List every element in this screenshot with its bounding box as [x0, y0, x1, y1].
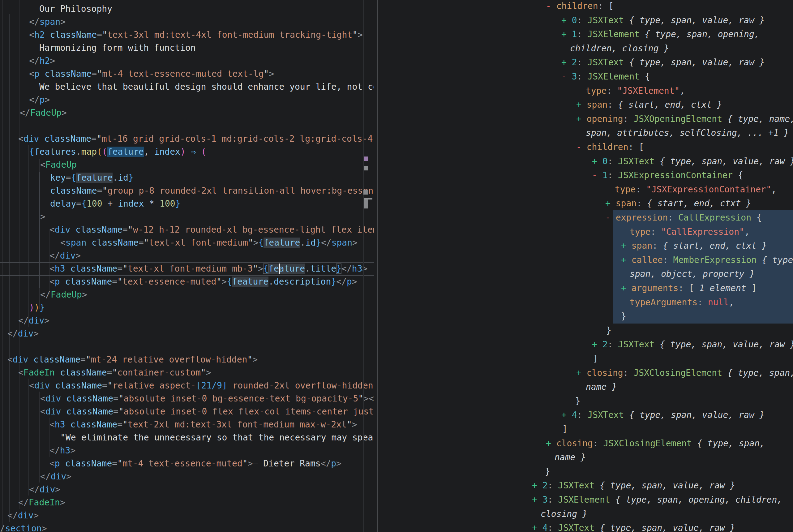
expand-node-icon[interactable]: + [561, 57, 572, 68]
expand-node-icon[interactable]: + [532, 480, 542, 491]
code-token: JSXText [618, 339, 654, 349]
ast-line[interactable]: span, object, property } [630, 267, 755, 281]
expand-node-icon[interactable]: + [532, 523, 542, 532]
collapse-node-icon[interactable]: - [576, 142, 587, 152]
ast-line[interactable]: type: "CallExpression", [630, 225, 750, 239]
ast-line[interactable]: + 4: JSXText { type, span, value, raw } [561, 408, 765, 422]
code-token: : [608, 170, 618, 180]
ast-line[interactable]: + 0: JSXText { type, span, value, raw } [561, 13, 765, 27]
code-token: callee [632, 255, 663, 265]
expand-node-icon[interactable]: + [621, 255, 632, 265]
code-token [640, 29, 645, 39]
code-token: { type, span, opening, [645, 29, 760, 39]
code-token: , [729, 297, 734, 307]
expand-node-icon[interactable]: + [576, 100, 587, 110]
ast-line[interactable]: - 1: JSXExpressionContainer { [592, 168, 743, 183]
ast-line[interactable]: + callee: MemberExpression { type, [621, 253, 793, 267]
code-token: name } [586, 382, 617, 392]
ast-line[interactable]: - 3: JSXElement { [561, 70, 650, 84]
ast-line[interactable]: - children: [ [546, 0, 614, 13]
ast-line[interactable]: + 2: JSXText { type, span, value, raw } [561, 55, 765, 70]
code-token: type [586, 86, 606, 96]
code-token: : [623, 368, 634, 378]
code-token: : [678, 283, 689, 293]
ast-line[interactable]: - expression: CallExpression { [605, 211, 762, 225]
ast-line[interactable]: type: "JSXElement", [586, 84, 685, 98]
ast-line[interactable]: + closing: JSXClosingElement { type, spa… [546, 436, 765, 451]
scrollbar-mark-gray [363, 190, 368, 194]
code-token: 3 [542, 495, 548, 505]
ast-line[interactable]: typeArguments: null, [630, 296, 734, 310]
ast-line[interactable]: + 3: JSXElement { type, span, opening, c… [532, 493, 782, 507]
code-token: 1 [602, 170, 608, 180]
expand-node-icon[interactable]: + [621, 283, 632, 293]
code-token: , [771, 184, 777, 194]
code-token: span [587, 100, 607, 110]
expand-node-icon[interactable]: + [592, 339, 602, 349]
expand-node-icon[interactable]: + [576, 368, 587, 378]
pane-divider[interactable] [377, 0, 378, 532]
expand-node-icon[interactable]: + [561, 410, 572, 420]
expand-node-icon[interactable]: + [592, 156, 602, 166]
code-token: : [577, 72, 588, 82]
text-cursor [279, 264, 280, 274]
ast-line[interactable]: + 2: JSXText { type, span, value, raw } [532, 478, 735, 493]
ast-line[interactable]: - children: [ [576, 140, 644, 154]
ast-line[interactable]: + 2: JSXText { type, span, value, raw } [592, 338, 793, 352]
ast-line[interactable]: span, attributes, selfClosing, ... +1 } [586, 126, 789, 140]
ast-line[interactable]: name } [555, 450, 586, 464]
ast-line[interactable]: + span: { start, end, ctxt } [621, 239, 767, 253]
code-token: : [577, 15, 588, 25]
ast-line[interactable]: } [545, 464, 550, 479]
code-token: span [632, 241, 652, 251]
ast-line[interactable]: } [621, 309, 626, 324]
code-token: name } [555, 452, 586, 462]
code-token [595, 523, 600, 532]
ast-line[interactable]: closing } [541, 507, 588, 521]
code-token: expression [616, 212, 668, 223]
collapse-node-icon[interactable]: - [605, 212, 616, 223]
expand-node-icon[interactable]: + [546, 438, 556, 449]
expand-node-icon[interactable]: + [561, 29, 572, 39]
ast-line[interactable]: + closing: JSXClosingElement { type, spa… [576, 366, 793, 380]
code-token: : [628, 142, 639, 152]
ast-line[interactable]: + arguments: [ 1 element ] [621, 281, 756, 296]
ast-line[interactable]: + span: { start, end, ctxt } [576, 98, 722, 112]
ast-line[interactable]: type: "JSXExpressionContainer", [615, 183, 777, 197]
expand-node-icon[interactable]: + [576, 114, 587, 124]
expand-node-icon[interactable]: + [621, 241, 632, 251]
code-token: : [607, 100, 618, 110]
expand-node-icon[interactable]: + [532, 495, 542, 505]
expand-node-icon[interactable]: + [605, 198, 616, 208]
ast-line[interactable]: + 1: JSXElement { type, span, opening, [561, 27, 760, 41]
collapse-node-icon[interactable]: - [546, 1, 556, 11]
code-token: { type, span, [697, 438, 765, 449]
code-token: : [697, 297, 708, 307]
code-token: { type, span, value, raw } [600, 480, 735, 491]
ast-line[interactable]: + opening: JSXOpeningElement { type, nam… [576, 112, 793, 126]
code-token: JSXText [558, 523, 595, 532]
ast-line[interactable]: + 0: JSXText { type, span, value, raw } [592, 154, 793, 169]
code-token: 2 [572, 57, 577, 68]
code-token: { type, span, value, raw } [629, 15, 765, 25]
code-token: "JSXElement" [617, 86, 679, 96]
code-token: JSXText [587, 15, 624, 25]
collapse-node-icon[interactable]: - [561, 72, 572, 82]
ast-line[interactable]: ] [562, 422, 567, 436]
ast-line[interactable]: name } [586, 380, 617, 394]
code-token: { type, name, [728, 114, 793, 124]
ast-line[interactable]: + span: { start, end, ctxt } [605, 196, 751, 211]
ast-line[interactable]: ] [593, 352, 598, 366]
code-token: , [744, 227, 750, 237]
ast-line[interactable]: children, closing } [570, 41, 669, 56]
code-token: 3 [572, 72, 577, 82]
expand-node-icon[interactable]: + [561, 15, 572, 25]
code-token: span, attributes, selfClosing, ... +1 } [586, 128, 789, 138]
collapse-node-icon[interactable]: - [592, 170, 602, 180]
ast-tree-pane[interactable]: - children: [+ 0: JSXText { type, span, … [0, 0, 793, 532]
ast-line[interactable]: + 4: JSXText { type, span, value, raw } [532, 521, 735, 532]
code-token: typeArguments [630, 297, 697, 307]
ast-line[interactable]: } [606, 324, 612, 338]
scrollbar-mark-gray [364, 166, 368, 170]
ast-line[interactable]: } [575, 394, 581, 408]
